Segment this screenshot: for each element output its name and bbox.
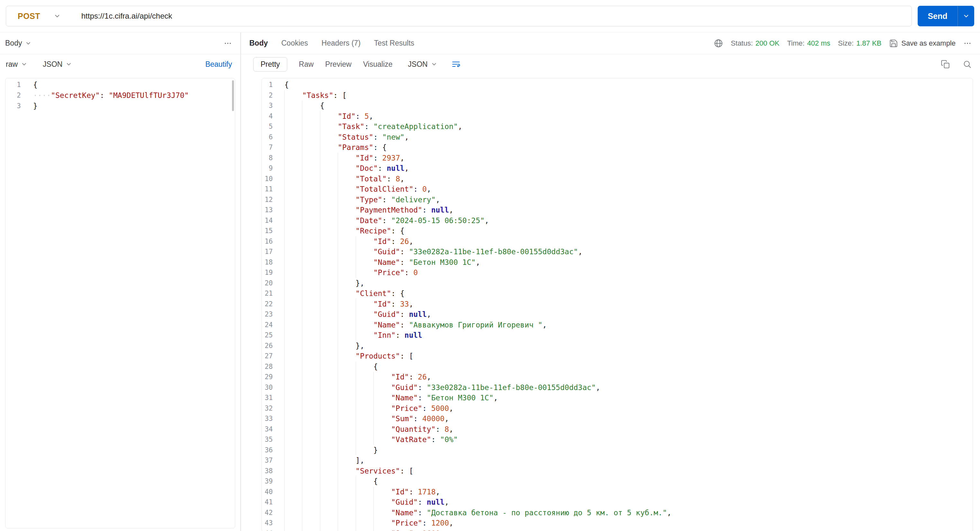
- chevron-down-icon: [65, 61, 72, 67]
- line-number: 13: [262, 205, 273, 216]
- split-view: Body raw JSON Beautify 1{2···: [0, 32, 980, 531]
- line-number: 31: [262, 393, 273, 403]
- code-line: 37],: [262, 455, 973, 466]
- time-label: Time:: [787, 39, 805, 48]
- code-text: "Guid": null,: [273, 309, 431, 320]
- line-number: 17: [262, 247, 273, 257]
- view-mode-preview[interactable]: Preview: [325, 60, 352, 69]
- more-options-icon[interactable]: [963, 39, 972, 48]
- size-badge: Size: 1.87 KB: [838, 39, 881, 48]
- method-label: POST: [18, 11, 40, 21]
- code-text: "Client": {: [273, 288, 404, 299]
- line-number: 23: [262, 309, 273, 320]
- method-select[interactable]: POST: [6, 6, 70, 26]
- line-number: 32: [262, 403, 273, 414]
- line-number: 27: [262, 351, 273, 361]
- more-options-icon[interactable]: [224, 39, 232, 48]
- request-format-row: raw JSON Beautify: [0, 54, 240, 74]
- chevron-down-icon: [21, 61, 27, 67]
- line-number: 29: [262, 372, 273, 382]
- status-badge: Status: 200 OK: [731, 39, 780, 48]
- code-text: }: [273, 445, 378, 456]
- line-number: 12: [262, 195, 273, 205]
- ellipsis-icon: [224, 39, 232, 48]
- network-icon[interactable]: [714, 38, 723, 48]
- copy-button[interactable]: [941, 60, 950, 69]
- view-mode-pretty[interactable]: Pretty: [253, 57, 287, 71]
- line-number: 41: [262, 497, 273, 507]
- url-box: POST https://1c.cifra.ai/api/check: [6, 6, 912, 26]
- tab-body[interactable]: Body: [249, 39, 268, 48]
- code-line: 6"Status": "new",: [262, 132, 973, 143]
- chevron-down-icon: [431, 61, 437, 67]
- code-line: 40"Id": 1718,: [262, 487, 973, 497]
- view-mode-visualize[interactable]: Visualize: [363, 60, 393, 69]
- code-text: "Price": 0: [273, 268, 418, 278]
- response-language-select[interactable]: JSON: [408, 60, 437, 69]
- time-badge: Time: 402 ms: [787, 39, 830, 48]
- size-value: 1.87 KB: [856, 39, 881, 48]
- code-line: 35"VatRate": "0%": [262, 434, 973, 445]
- code-line: 13"PaymentMethod": null,: [262, 205, 973, 216]
- send-options-button[interactable]: [958, 6, 974, 26]
- wrap-text-button[interactable]: [452, 60, 460, 69]
- format-select[interactable]: raw: [6, 60, 27, 69]
- tab-test-results[interactable]: Test Results: [374, 39, 414, 48]
- code-text: "Total": 8,: [273, 174, 404, 184]
- tab-headers[interactable]: Headers (7): [321, 39, 361, 48]
- code-text: ····"SecretKey": "MA9DETUlfTUr3J70": [21, 90, 189, 101]
- code-text: "Guid": "33e0282a-11be-11ef-b80e-00155d0…: [273, 382, 600, 393]
- code-text: "Name": "Бетон М300 1С",: [273, 393, 498, 403]
- code-line: 33"Sum": 40000,: [262, 414, 973, 424]
- code-line: 29"Id": 26,: [262, 372, 973, 382]
- code-line: 26},: [262, 341, 973, 351]
- scrollbar-thumb[interactable]: [232, 80, 234, 111]
- code-text: "Task": "createApplication",: [273, 121, 462, 132]
- line-number: 11: [262, 184, 273, 195]
- body-type-select[interactable]: Body: [5, 39, 32, 48]
- code-text: "Name": "Бетон М300 1С",: [273, 257, 480, 268]
- code-line: 14"Date": "2024-05-15 06:50:25",: [262, 216, 973, 226]
- code-line: 3{: [262, 100, 973, 111]
- request-code: 1{2····"SecretKey": "MA9DETUlfTUr3J70"3}: [5, 79, 235, 111]
- line-number: 26: [262, 341, 273, 351]
- language-select[interactable]: JSON: [43, 60, 72, 69]
- code-line: 1{: [5, 79, 235, 90]
- code-line: 42"Name": "Доставка бетона - по расстоян…: [262, 507, 973, 518]
- code-line: 20},: [262, 278, 973, 288]
- save-as-example-label: Save as example: [901, 39, 956, 48]
- code-line: 36}: [262, 445, 973, 456]
- send-button-group: Send: [918, 6, 974, 26]
- line-number: 5: [262, 121, 273, 132]
- code-text: },: [273, 278, 364, 288]
- status-value: 200 OK: [756, 39, 780, 48]
- code-line: 7"Params": {: [262, 142, 973, 153]
- request-subtab-row: Body: [0, 32, 240, 54]
- request-body-editor[interactable]: 1{2····"SecretKey": "MA9DETUlfTUr3J70"3}: [5, 78, 235, 528]
- response-body-viewer[interactable]: 1{2"Tasks": [3{4"Id": 5,5"Task": "create…: [261, 78, 973, 531]
- view-mode-raw[interactable]: Raw: [299, 60, 313, 69]
- code-line: 8"Id": 2937,: [262, 153, 973, 163]
- send-button[interactable]: Send: [918, 6, 958, 26]
- save-as-example-button[interactable]: Save as example: [889, 39, 956, 48]
- body-type-label: Body: [5, 39, 22, 48]
- code-text: "Quantity": 8,: [273, 424, 453, 435]
- code-line: 3}: [5, 101, 235, 111]
- line-number: 36: [262, 445, 273, 456]
- code-text: "Id": 26,: [273, 236, 414, 247]
- line-number: 42: [262, 507, 273, 518]
- code-text: "Type": "delivery",: [273, 195, 440, 205]
- code-text: "Id": 5,: [273, 111, 373, 122]
- url-input[interactable]: https://1c.cifra.ai/api/check: [81, 11, 172, 21]
- code-text: "Price": 1200,: [273, 518, 453, 528]
- code-line: 1{: [262, 79, 973, 90]
- search-button[interactable]: [963, 60, 972, 69]
- code-text: "Sum": 40000,: [273, 414, 449, 424]
- tab-cookies[interactable]: Cookies: [282, 39, 308, 48]
- code-text: "Id": 1718,: [273, 487, 440, 497]
- code-text: }: [21, 101, 38, 111]
- code-text: ],: [273, 455, 364, 466]
- search-icon: [963, 60, 972, 69]
- beautify-button[interactable]: Beautify: [205, 60, 232, 69]
- ellipsis-icon: [963, 39, 972, 48]
